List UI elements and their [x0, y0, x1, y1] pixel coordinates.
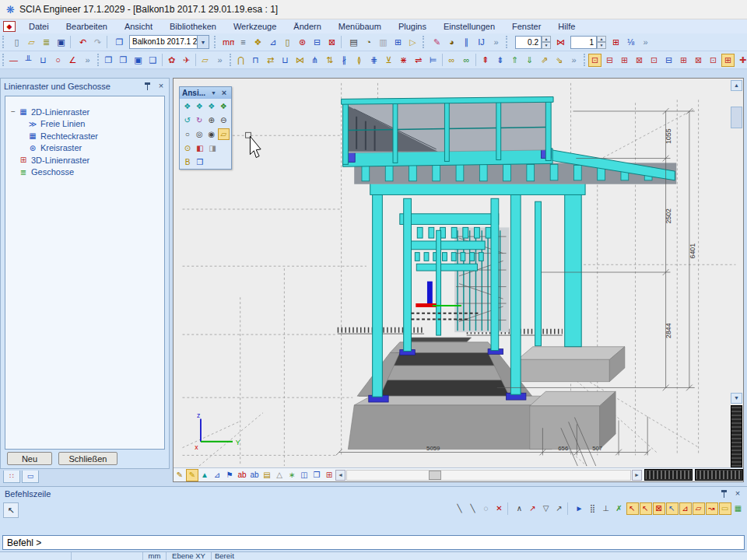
star-op-icon[interactable]: ⋇: [397, 54, 410, 67]
zoom-in-icon[interactable]: ⊕: [206, 114, 218, 126]
node-tool-icon[interactable]: ⊡: [588, 54, 601, 67]
between-icon[interactable]: ≬: [352, 54, 366, 67]
menu-datei[interactable]: Datei: [20, 20, 58, 33]
new-icon[interactable]: ▯: [10, 36, 23, 49]
close-icon[interactable]: ×: [156, 82, 166, 91]
snap-cursor-icon[interactable]: ►: [573, 502, 586, 515]
zoom-window-icon[interactable]: ○: [182, 128, 194, 140]
folder-icon[interactable]: ▱: [198, 54, 212, 67]
menu-fenster[interactable]: Fenster: [503, 20, 549, 33]
undo-icon[interactable]: ↶: [76, 36, 89, 49]
window2-icon[interactable]: ❐: [310, 469, 323, 481]
spin-up-icon[interactable]: ▲: [597, 36, 606, 43]
snap-line-icon[interactable]: ╲: [454, 502, 466, 515]
toolbar-grip[interactable]: [2, 54, 4, 66]
column-icon[interactable]: ╨: [22, 54, 35, 67]
surface-icon[interactable]: ▤: [261, 469, 273, 481]
parallel-icon[interactable]: ∦: [338, 54, 351, 67]
text-scale-icon[interactable]: IJ: [475, 36, 488, 49]
node-tool-icon[interactable]: ⊡: [707, 54, 720, 67]
menu-bearbeiten[interactable]: Bearbeiten: [58, 20, 116, 33]
close-icon[interactable]: ×: [733, 489, 742, 499]
snap-intersect-icon[interactable]: ⊠: [653, 502, 665, 515]
multicopy-icon[interactable]: ▣: [132, 54, 145, 67]
view-folder-icon[interactable]: ▱: [218, 128, 230, 140]
toolbar-grip[interactable]: [2, 36, 7, 48]
snap-vector-icon[interactable]: ↗: [553, 502, 566, 515]
glasses-green-icon[interactable]: ∞: [460, 54, 473, 67]
arrow-down-green-icon[interactable]: ⇓: [523, 54, 536, 67]
battery-icon[interactable]: ▯: [281, 36, 294, 49]
pin-icon[interactable]: [721, 490, 728, 498]
close-button[interactable]: Schließen: [58, 452, 117, 465]
snap-perp-icon[interactable]: ⊥: [600, 502, 612, 515]
arrow-up-red-icon[interactable]: ⇞: [479, 54, 492, 67]
toolbar-grip[interactable]: [506, 36, 510, 48]
overflow-icon[interactable]: »: [639, 36, 652, 49]
scroll-up-icon[interactable]: ▲: [731, 80, 742, 91]
print-preview-icon[interactable]: ◔: [362, 36, 375, 49]
overflow-icon[interactable]: »: [567, 54, 580, 67]
node-tool-icon[interactable]: ⊞: [618, 54, 631, 67]
toolbar-grip[interactable]: [584, 54, 585, 66]
document-icon[interactable]: ▥: [377, 36, 390, 49]
support-icon[interactable]: ⊔: [37, 54, 50, 67]
equilibrium-icon[interactable]: ⇌: [412, 54, 425, 67]
snap-grid-icon[interactable]: ⣿: [587, 502, 599, 515]
rail-icon[interactable]: ⊠: [325, 36, 338, 49]
expander-icon[interactable]: −: [9, 107, 18, 116]
scroll-down-icon[interactable]: ▼: [731, 393, 742, 404]
camera2-icon[interactable]: ◨: [207, 142, 219, 154]
updown-icon[interactable]: ⇅: [323, 54, 336, 67]
snap-ruler-icon[interactable]: ▭: [719, 502, 731, 515]
flower-icon[interactable]: ✿: [165, 54, 178, 67]
snap-node-icon[interactable]: ↖: [626, 502, 639, 515]
flag-icon[interactable]: ⚑: [223, 469, 236, 481]
label2-icon[interactable]: ab: [248, 469, 261, 481]
spin-down-icon[interactable]: ▼: [597, 42, 606, 49]
cube-view-icon[interactable]: ❒: [195, 156, 206, 168]
coord-xy-icon[interactable]: ⊿: [266, 36, 279, 49]
circle-icon[interactable]: ○: [51, 54, 65, 67]
window1-icon[interactable]: ◫: [298, 469, 310, 481]
chevron-down-icon[interactable]: ▼: [211, 90, 216, 96]
tree-3d-linienraster[interactable]: ⊞ 3D-Linienraster: [5, 154, 164, 166]
wheel-icon[interactable]: ⊛: [296, 36, 309, 49]
rotate-right-icon[interactable]: ↻: [194, 114, 205, 126]
scroll-right-icon[interactable]: ►: [632, 470, 642, 481]
units-icon[interactable]: mm: [222, 36, 235, 49]
pen-icon[interactable]: ✎: [174, 469, 186, 481]
move-icon[interactable]: ❒: [117, 54, 130, 67]
glasses-yellow-icon[interactable]: ∞: [445, 54, 458, 67]
copy-icon[interactable]: ❐: [102, 54, 115, 67]
factor-spinner[interactable]: 1 ▲▼: [570, 36, 606, 49]
layers-icon[interactable]: ≡: [237, 36, 250, 49]
beam-icon[interactable]: —: [7, 54, 20, 67]
print-icon[interactable]: ▤: [347, 36, 360, 49]
paint-icon[interactable]: ✎: [430, 36, 444, 49]
scale-spinner-value[interactable]: 0.2: [515, 36, 542, 49]
connect-icon[interactable]: ⋂: [234, 54, 247, 67]
node-tool-icon[interactable]: ⊟: [603, 54, 616, 67]
view-side-icon[interactable]: ❖: [206, 100, 218, 112]
toolbar-grip[interactable]: [97, 54, 99, 66]
zoom-selection-icon[interactable]: ◉: [206, 128, 218, 140]
panel-tab-window[interactable]: ▭: [22, 471, 39, 483]
save-icon[interactable]: ▣: [54, 36, 68, 49]
command-input[interactable]: Befehl >: [2, 535, 745, 550]
project-window-icon[interactable]: ❐: [113, 36, 126, 49]
scia-logo-icon[interactable]: ◆: [3, 21, 16, 32]
menu-plugins[interactable]: Plugins: [390, 20, 435, 33]
spin-down-icon[interactable]: ▼: [542, 42, 551, 49]
overflow-icon[interactable]: »: [489, 36, 503, 49]
snap-plane-icon[interactable]: ▱: [693, 502, 705, 515]
arrow-up-green-icon[interactable]: ⇑: [508, 54, 521, 67]
view-front-icon[interactable]: ❖: [194, 100, 205, 112]
snap-off-icon[interactable]: ✗: [613, 502, 626, 515]
camera-icon[interactable]: ◧: [195, 142, 206, 154]
node-grid-icon[interactable]: ⊞: [721, 54, 735, 67]
node-tool-icon[interactable]: ⊡: [647, 54, 661, 67]
menu-aendern[interactable]: Ändern: [285, 20, 329, 33]
snap-line2-icon[interactable]: ╲: [467, 502, 479, 515]
horizontal-scrollbar[interactable]: [346, 470, 631, 481]
